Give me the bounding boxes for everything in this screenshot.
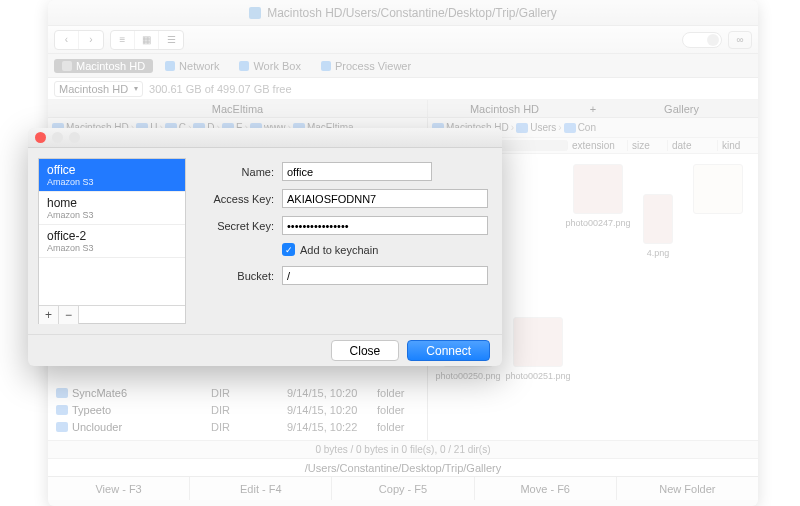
thumbnail[interactable] [688, 164, 748, 239]
folder-icon [564, 123, 576, 133]
access-key-label: Access Key: [200, 193, 282, 205]
fkey-newfolder[interactable]: New Folder [617, 477, 758, 500]
fkey-view[interactable]: View - F3 [48, 477, 190, 500]
fkey-edit[interactable]: Edit - F4 [190, 477, 332, 500]
connection-dialog: office Amazon S3 home Amazon S3 office-2… [28, 128, 502, 366]
fkey-move[interactable]: Move - F6 [475, 477, 617, 500]
thumbnail[interactable]: photo00251.png [508, 317, 568, 392]
location-bar: Macintosh HD Network Work Box Process Vi… [48, 54, 758, 78]
secret-key-input[interactable] [282, 216, 488, 235]
right-pane-title: Gallery [605, 100, 758, 118]
file-row[interactable]: SyncMate6DIR9/14/15, 10:20folder [48, 384, 427, 401]
keychain-label: Add to keychain [300, 244, 378, 256]
title-bar: Macintosh HD /Users/Constantine/Desktop/… [48, 0, 758, 26]
path-bar: /Users/Constantine/Desktop/Trip/Gallery [48, 458, 758, 476]
toolbar: ‹ › ≡ ▦ ☰ ∞ [48, 26, 758, 54]
file-row[interactable]: UnclouderDIR9/14/15, 10:22folder [48, 418, 427, 435]
accounts-sidebar: office Amazon S3 home Amazon S3 office-2… [38, 158, 186, 324]
status-bar: 0 bytes / 0 bytes in 0 file(s), 0 / 21 d… [48, 440, 758, 458]
bucket-input[interactable] [282, 266, 488, 285]
add-account-button[interactable]: + [39, 306, 59, 324]
title-disk: Macintosh HD [267, 6, 342, 20]
fkey-copy[interactable]: Copy - F5 [332, 477, 474, 500]
center-pane-title[interactable]: Macintosh HD [428, 100, 581, 118]
disk-icon [62, 61, 72, 71]
location-tab[interactable]: Network [157, 59, 227, 73]
thumbnail[interactable]: photo00247.png [568, 164, 628, 239]
nav-group: ‹ › [54, 30, 104, 50]
location-tab[interactable]: Process Viewer [313, 59, 419, 73]
left-pane-title: MacEltima [48, 100, 427, 118]
folder-icon [56, 422, 68, 432]
process-icon [321, 61, 331, 71]
location-tab-active[interactable]: Macintosh HD [54, 59, 153, 73]
network-icon [165, 61, 175, 71]
toggle-switch[interactable] [682, 32, 722, 48]
file-row[interactable]: TypeetoDIR9/14/15, 10:20folder [48, 401, 427, 418]
keychain-checkbox[interactable]: ✓ [282, 243, 295, 256]
close-icon[interactable] [35, 132, 46, 143]
forward-button[interactable]: › [79, 31, 103, 49]
minimize-icon [52, 132, 63, 143]
account-item[interactable]: office Amazon S3 [39, 159, 185, 192]
disk-free-label: 300.61 GB of 499.07 GB free [149, 83, 291, 95]
account-item[interactable]: office-2 Amazon S3 [39, 225, 185, 258]
dropbox-icon [239, 61, 249, 71]
access-key-input[interactable] [282, 189, 488, 208]
link-icon[interactable]: ∞ [728, 31, 752, 49]
disk-selector[interactable]: Macintosh HD▾ [54, 81, 143, 97]
back-button[interactable]: ‹ [55, 31, 79, 49]
secret-key-label: Secret Key: [200, 220, 282, 232]
folder-icon [516, 123, 528, 133]
folder-icon [56, 405, 68, 415]
view-col-button[interactable]: ☰ [159, 31, 183, 49]
bucket-label: Bucket: [200, 270, 282, 282]
folder-icon [56, 388, 68, 398]
view-grid-button[interactable]: ▦ [135, 31, 159, 49]
view-group: ≡ ▦ ☰ [110, 30, 184, 50]
add-tab-button[interactable]: + [581, 100, 605, 118]
title-path: /Users/Constantine/Desktop/Trip/Gallery [343, 6, 557, 20]
account-form: Name: Access Key: Secret Key: ✓Add to ke… [196, 148, 502, 334]
remove-account-button[interactable]: − [59, 306, 79, 324]
zoom-icon [69, 132, 80, 143]
location-tab[interactable]: Work Box [231, 59, 308, 73]
connect-button[interactable]: Connect [407, 340, 490, 361]
dialog-titlebar[interactable] [28, 128, 502, 148]
view-list-button[interactable]: ≡ [111, 31, 135, 49]
account-item[interactable]: home Amazon S3 [39, 192, 185, 225]
fkey-bar: View - F3 Edit - F4 Copy - F5 Move - F6 … [48, 476, 758, 500]
name-input[interactable] [282, 162, 432, 181]
disk-row: Macintosh HD▾ 300.61 GB of 499.07 GB fre… [48, 78, 758, 100]
name-label: Name: [200, 166, 282, 178]
disk-icon [249, 7, 261, 19]
thumbnail[interactable]: 4.png [638, 194, 678, 269]
close-button[interactable]: Close [331, 340, 400, 361]
